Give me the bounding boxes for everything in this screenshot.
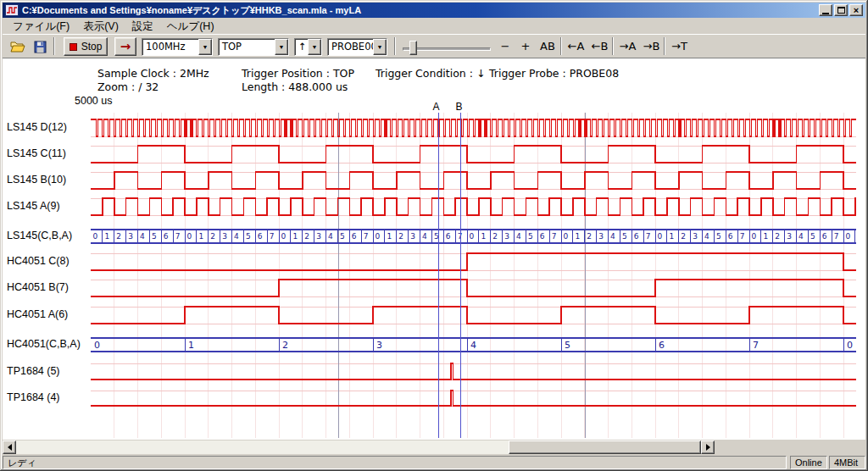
marker-b-label: B: [456, 101, 463, 113]
toolbar-separator: [53, 37, 55, 55]
stop-label: Stop: [81, 41, 103, 53]
app-window: C:¥Documents and Settings¥noname¥デスクトップ¥…: [0, 0, 868, 471]
close-button[interactable]: ×: [849, 4, 863, 16]
scroll-thumb[interactable]: [509, 441, 701, 454]
title-bar[interactable]: C:¥Documents and Settings¥noname¥デスクトップ¥…: [3, 3, 865, 18]
toolbar-separator: [560, 37, 562, 55]
maximize-icon: [837, 7, 845, 14]
status-online: Online: [790, 456, 827, 469]
marker-a-label: A: [433, 101, 440, 113]
trigger-position-combo[interactable]: TOP ▼: [218, 38, 289, 56]
toolbar-separator: [612, 37, 614, 55]
status-message: レディ: [3, 456, 787, 469]
trigger-probe-info: Trigger Probe : PROBE08: [489, 67, 619, 80]
menu-settings[interactable]: 設定: [125, 19, 160, 35]
menu-help[interactable]: ヘルプ(H): [160, 19, 221, 35]
open-folder-icon: [10, 41, 25, 53]
stop-button[interactable]: Stop: [64, 37, 108, 56]
length-info: Length : 488.000 us: [242, 80, 348, 93]
goto-trigger-button[interactable]: →T: [668, 38, 691, 55]
run-button[interactable]: →: [114, 37, 136, 56]
status-memory: 4MBit: [829, 456, 865, 469]
toolbar: Stop → 100MHz ▼ TOP ▼ ↑ ▼ PROBE00 ▼ − + …: [3, 34, 865, 58]
timebase-label: 5000 us: [75, 95, 112, 107]
zoom-info: Zoom : / 32: [97, 80, 159, 93]
clock-rate-value: 100MHz: [142, 39, 198, 55]
zoom-slider-thumb[interactable]: [409, 41, 417, 55]
toolbar-separator: [394, 37, 396, 55]
zoom-in-button[interactable]: +: [517, 38, 534, 55]
trigger-condition-info: Trigger Condition : ↓: [376, 67, 485, 80]
app-icon: [5, 4, 19, 16]
sample-clock-info: Sample Clock : 2MHz: [97, 67, 209, 80]
arrow-left-icon: [4, 444, 12, 451]
trigger-position-info: Trigger Position : TOP: [242, 67, 354, 80]
menu-view[interactable]: 表示(V): [76, 19, 125, 35]
status-bar: レディ Online 4MBit: [3, 456, 865, 469]
open-file-button[interactable]: [8, 39, 28, 54]
menu-bar: ファイル(F) 表示(V) 設定 ヘルプ(H): [3, 19, 865, 34]
chevron-down-icon[interactable]: ▼: [373, 39, 387, 55]
chevron-down-icon[interactable]: ▼: [308, 39, 321, 55]
goto-marker-b-button[interactable]: ←B: [588, 38, 611, 55]
arrow-right-icon: [706, 444, 714, 451]
goto-marker-a-button[interactable]: ←A: [565, 38, 587, 55]
trigger-position-value: TOP: [219, 39, 275, 55]
window-title: C:¥Documents and Settings¥noname¥デスクトップ¥…: [22, 4, 817, 17]
zoom-out-button[interactable]: −: [497, 38, 514, 55]
trigger-probe-combo[interactable]: PROBE00 ▼: [327, 38, 387, 56]
save-file-button[interactable]: [30, 39, 50, 54]
set-marker-a-button[interactable]: →A: [616, 38, 639, 55]
menu-file[interactable]: ファイル(F): [6, 19, 76, 35]
save-icon: [34, 41, 47, 53]
horizontal-scrollbar[interactable]: [3, 441, 715, 454]
chevron-down-icon[interactable]: ▼: [198, 39, 212, 55]
chevron-down-icon[interactable]: ▼: [275, 39, 288, 55]
set-marker-b-button[interactable]: →B: [640, 38, 663, 55]
scroll-right-button[interactable]: [701, 441, 715, 454]
zoom-ab-button[interactable]: AB: [537, 38, 559, 55]
minimize-button[interactable]: [819, 4, 832, 16]
clock-rate-combo[interactable]: 100MHz ▼: [142, 38, 213, 56]
toolbar-separator: [664, 37, 665, 55]
trigger-edge-value: ↑: [295, 39, 308, 55]
stop-icon: [70, 43, 77, 51]
trigger-edge-combo[interactable]: ↑ ▼: [294, 38, 322, 56]
maximize-button[interactable]: [834, 4, 848, 16]
trigger-probe-value: PROBE00: [328, 39, 373, 55]
scroll-left-button[interactable]: [3, 441, 16, 454]
waveform-client: [3, 58, 865, 440]
minimize-icon: [822, 13, 829, 14]
